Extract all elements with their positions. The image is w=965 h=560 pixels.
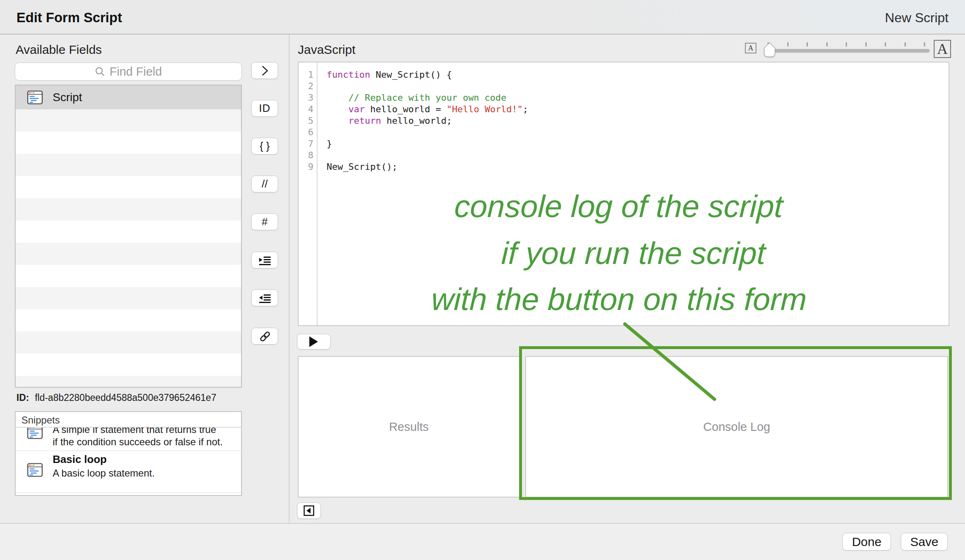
available-fields-list[interactable]: Script [15,85,242,388]
line-number: 1 [299,69,313,81]
dialog-header [0,0,965,35]
results-placeholder: Results [389,420,429,434]
slider-tick [885,42,886,46]
empty-list-row [16,198,241,220]
empty-list-row [16,176,241,198]
field-label: Script [53,91,82,104]
line-number: 8 [299,150,313,161]
language-label: JavaScript [298,43,355,57]
page-title: Edit Form Script [16,10,122,25]
save-button[interactable]: Save [901,533,948,551]
link-icon [258,330,271,343]
code-line: var hello_world = "Hello World!"; [327,104,949,115]
code-line: function New_Script() { [327,69,949,81]
snippets-panel: Snippets A simple if statement that retu… [15,411,242,496]
code-text-area[interactable]: function New_Script() { // Replace with … [318,62,949,325]
collapse-panel-icon [304,505,314,516]
snippets-header: Snippets [16,412,241,428]
snippets-list[interactable]: A simple if statement that returns truei… [16,428,241,495]
code-line: // Replace with your own code [327,92,949,104]
field-id: ID:fld-a8b2280beedd4588a500e379652461e7 [16,392,216,403]
field-id-value: fld-a8b2280beedd4588a500e379652461e7 [35,392,216,403]
empty-list-row [16,309,241,331]
empty-list-row [16,265,241,287]
panel-divider [289,35,290,523]
snippet-title: Basic loop [53,453,107,466]
indent-right-icon [258,255,271,265]
script-field-icon [27,463,43,477]
font-size-slider-track[interactable] [764,49,930,53]
code-line: } [327,138,949,150]
play-icon [309,336,318,347]
code-line: New_Script(); [327,161,949,173]
empty-list-row [16,154,241,176]
run-script-button[interactable] [297,334,331,349]
available-fields-label: Available Fields [16,43,102,57]
code-line [327,127,949,138]
collapse-results-button[interactable] [297,502,321,519]
snippet-item[interactable]: A simple if statement that returns truei… [16,428,241,451]
slider-tick [807,42,808,46]
field-row-script[interactable]: Script [16,86,241,109]
find-field-search[interactable]: Find Field [15,62,242,81]
code-editor[interactable]: 123456789 function New_Script() { // Rep… [298,62,949,326]
font-smaller-button[interactable]: A [745,43,756,53]
footer-bar [0,524,965,560]
empty-list-row [16,109,241,132]
line-number: 7 [299,138,313,150]
empty-list-row [16,354,241,376]
font-larger-button[interactable]: A [934,40,951,58]
slider-tick [865,42,867,46]
line-number: 3 [299,92,313,104]
line-number: 4 [299,104,313,115]
insert-field-button[interactable] [251,62,278,79]
search-input[interactable] [15,62,242,81]
insert-link-button[interactable] [251,328,278,345]
empty-list-row [16,132,241,154]
slider-tick [905,42,906,46]
indent-left-button[interactable] [251,289,278,306]
console-log-panel: Console Log [525,356,948,498]
chevron-right-icon [260,65,270,77]
font-size-slider-thumb[interactable] [763,42,776,58]
done-button[interactable]: Done [842,533,891,551]
slider-tick [826,42,828,46]
insert-braces-button[interactable]: { } [251,138,278,155]
snippet-item[interactable]: Basic loopA basic loop statement. [16,451,241,493]
snippet-description: A simple if statement that returns truei… [53,428,223,448]
results-panel: Results [298,356,520,498]
slider-tick [924,42,925,46]
console-placeholder: Console Log [703,420,770,434]
insert-comment-button[interactable]: // [251,176,278,192]
insert-hash-button[interactable]: # [251,213,278,230]
code-line [327,81,949,92]
script-name-label: New Script [885,10,949,25]
snippet-description: A basic loop statement. [53,467,155,479]
empty-list-row [16,331,241,354]
script-field-icon [27,428,43,439]
line-number: 2 [299,81,313,92]
empty-list-row [16,287,241,309]
script-field-icon [27,90,43,104]
line-number: 5 [299,115,313,127]
slider-tick [787,42,789,46]
line-number: 6 [299,127,313,138]
indent-right-button[interactable] [251,252,278,268]
insert-field-id-button[interactable]: ID [251,100,278,117]
font-size-control: A A [742,38,956,62]
empty-list-row [16,376,241,388]
edit-form-script-dialog: Edit Form Script New Script Available Fi… [0,0,965,560]
empty-list-row [16,220,241,243]
code-line [327,150,949,161]
indent-left-icon [258,293,271,303]
code-line: return hello_world; [327,115,949,127]
field-id-label: ID: [16,392,29,403]
slider-tick [846,42,847,46]
line-number-gutter: 123456789 [299,62,318,325]
empty-list-row [16,243,241,265]
line-number: 9 [299,161,313,173]
